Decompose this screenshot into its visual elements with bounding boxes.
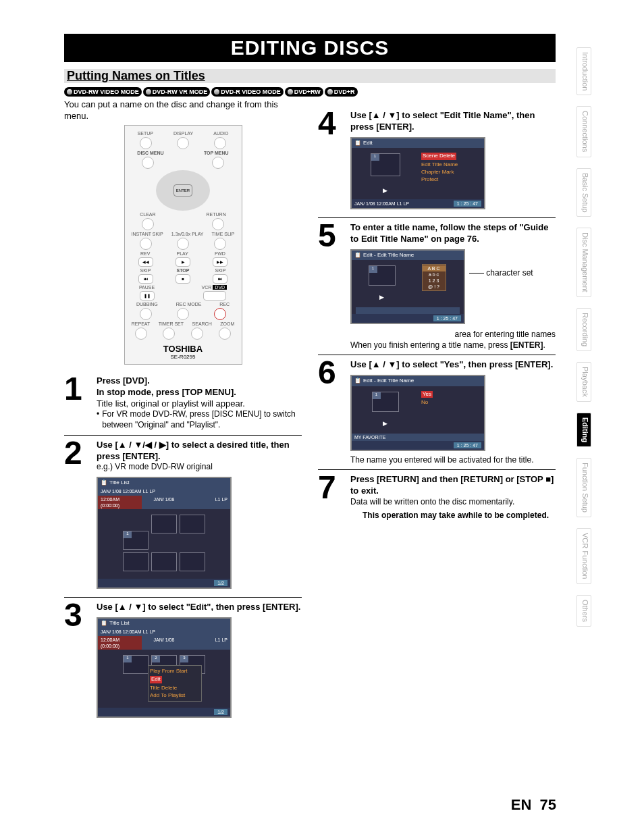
dvd-format-badges: DVD-RW VIDEO MODE DVD-RW VR MODE DVD-R V… [64,87,556,97]
page-title: EDITING DISCS [64,34,556,62]
step-5: 5 To enter a title name, follow the step… [318,217,556,350]
tab-editing[interactable]: Editing [576,413,591,447]
tab-connections[interactable]: Connections [576,106,591,157]
tab-introduction[interactable]: Introduction [576,47,591,95]
tab-function-setup[interactable]: Function Setup [576,458,591,517]
page-number: EN 75 [511,796,556,814]
step-3: 3 Use [▲ / ▼] to select "Edit", then pre… [64,597,302,722]
tab-others[interactable]: Others [576,595,591,627]
edit-title-name-screenshot: 📋Edit - Edit Title Name 1 ▶ A B C a b [350,249,465,324]
intro-text: You can put a name on the disc and chang… [64,99,302,122]
remote-control-diagram: SETUPDISPLAYAUDIO DISC MENUTOP MENU ENTE… [124,125,242,365]
yes-no-screenshot: 📋Edit - Edit Title Name 1 ▶ Yes No MY [350,375,485,451]
tab-recording[interactable]: Recording [576,308,591,351]
step-6: 6 Use [▲ / ▼] to select "Yes", then pres… [318,355,556,465]
tab-playback[interactable]: Playback [576,362,591,402]
edit-menu-screenshot: 📋Title List JAN/ 1/08 12:00AM L1 LP 12:0… [97,617,232,718]
step-4: 4 Use [▲ / ▼] to select "Edit Title Name… [318,106,556,213]
section-heading: Putting Names on Titles [64,69,556,83]
chapter-tabs: Introduction Connections Basic Setup Dis… [576,47,591,627]
tab-vcr-function[interactable]: VCR Function [576,528,591,583]
edit-screenshot: 📋Edit 1 ▶ Scene Delete Edit Title Name C… [350,137,485,209]
step-2: 2 Use [▲ / ▼/◀ / ▶] to select a desired … [64,435,302,594]
tab-disc-management[interactable]: Disc Management [576,228,591,297]
title-list-screenshot: 📋Title List JAN/ 1/08 12:00AM L1 LP 12:0… [97,477,232,589]
tab-basic-setup[interactable]: Basic Setup [576,168,591,217]
step-7: 7 Press [RETURN] and then [RETURN] or [S… [318,469,556,521]
step-1: 1 Press [DVD]. In stop mode, press [TOP … [64,371,302,431]
